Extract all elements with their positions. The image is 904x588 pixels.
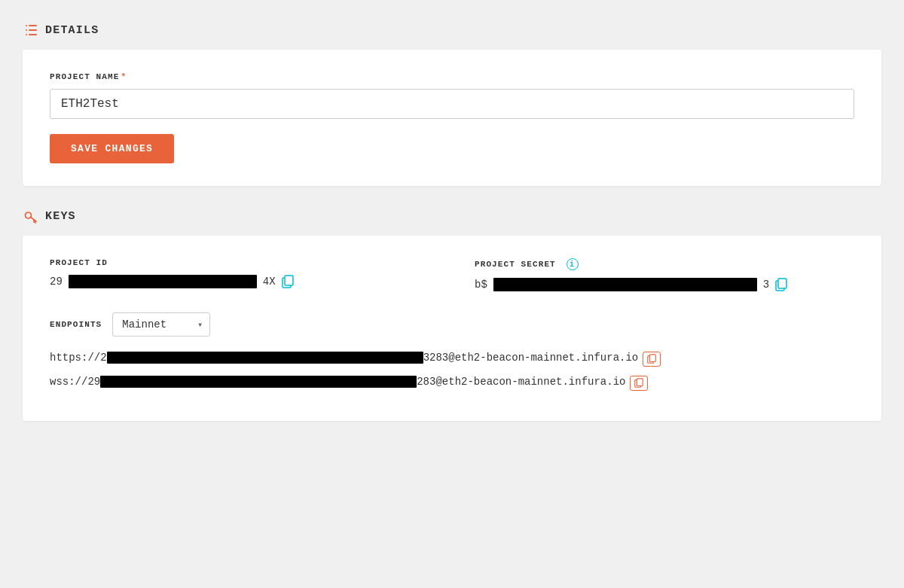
svg-rect-13 bbox=[778, 279, 786, 288]
project-secret-copy-icon[interactable] bbox=[775, 278, 787, 291]
wss-url-redacted bbox=[100, 376, 417, 388]
project-id-label: PROJECT ID bbox=[50, 258, 429, 267]
network-select[interactable]: Mainnet Ropsten Rinkeby Kovan Görli bbox=[112, 312, 210, 337]
wss-endpoint-row: wss://29283@eth2-beacon-mainnet.infura.i… bbox=[50, 374, 854, 391]
details-card: PROJECT NAME* SAVE CHANGES bbox=[23, 50, 881, 186]
project-secret-label: PROJECT SECRET i bbox=[475, 258, 854, 270]
svg-rect-15 bbox=[650, 355, 656, 362]
keys-header: KEYS bbox=[23, 209, 881, 224]
project-id-block: PROJECT ID 29 4X bbox=[50, 258, 429, 291]
endpoints-row: ENDPOINTS Mainnet Ropsten Rinkeby Kovan … bbox=[50, 312, 854, 337]
project-id-redacted bbox=[69, 275, 257, 288]
details-title: DETAILS bbox=[45, 24, 99, 37]
project-secret-info-icon[interactable]: i bbox=[567, 258, 579, 270]
project-secret-redacted bbox=[493, 278, 757, 291]
keys-card: PROJECT ID 29 4X PROJECT SECRET bbox=[23, 236, 881, 421]
keys-section: KEYS PROJECT ID 29 4X bbox=[23, 209, 881, 421]
project-secret-suffix: 3 bbox=[763, 279, 769, 291]
list-icon bbox=[23, 23, 38, 38]
details-header: DETAILS bbox=[23, 23, 881, 38]
endpoints-label: ENDPOINTS bbox=[50, 320, 102, 329]
save-changes-button[interactable]: SAVE CHANGES bbox=[50, 134, 174, 163]
https-endpoint-row: https://23283@eth2-beacon-mainnet.infura… bbox=[50, 350, 854, 367]
details-section: DETAILS PROJECT NAME* SAVE CHANGES bbox=[23, 23, 881, 186]
required-star: * bbox=[121, 72, 127, 81]
project-id-suffix: 4X bbox=[263, 276, 276, 288]
project-id-prefix: 29 bbox=[50, 276, 63, 288]
network-select-wrapper[interactable]: Mainnet Ropsten Rinkeby Kovan Görli ▾ bbox=[112, 312, 210, 337]
svg-rect-11 bbox=[285, 276, 293, 285]
keys-title: KEYS bbox=[45, 210, 76, 223]
wss-copy-icon[interactable] bbox=[630, 376, 648, 391]
project-name-label: PROJECT NAME* bbox=[50, 72, 854, 81]
https-url-redacted bbox=[107, 352, 423, 364]
keys-row: PROJECT ID 29 4X PROJECT SECRET bbox=[50, 258, 854, 291]
project-secret-prefix: b$ bbox=[475, 279, 487, 291]
https-url-text: https://23283@eth2-beacon-mainnet.infura… bbox=[50, 350, 638, 366]
project-secret-block: PROJECT SECRET i b$ 3 bbox=[475, 258, 854, 291]
key-icon bbox=[23, 209, 38, 224]
svg-rect-17 bbox=[637, 379, 643, 386]
project-secret-value-row: b$ 3 bbox=[475, 278, 854, 291]
project-id-value-row: 29 4X bbox=[50, 275, 429, 288]
project-id-copy-icon[interactable] bbox=[282, 275, 294, 288]
wss-url-text: wss://29283@eth2-beacon-mainnet.infura.i… bbox=[50, 374, 625, 390]
project-name-input[interactable] bbox=[50, 89, 854, 119]
https-copy-icon[interactable] bbox=[643, 352, 661, 367]
